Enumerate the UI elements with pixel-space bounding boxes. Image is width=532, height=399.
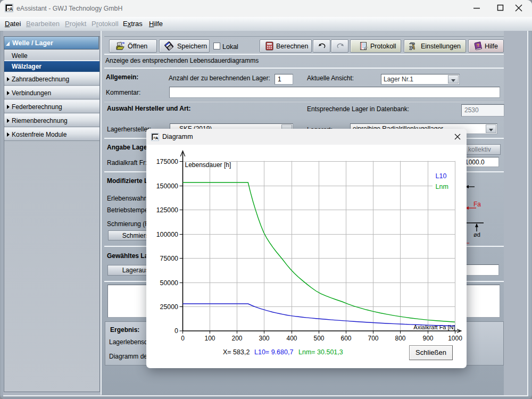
- svg-text:Lnm: Lnm: [436, 183, 448, 190]
- svg-text:800: 800: [395, 335, 405, 342]
- svg-text:400: 400: [286, 335, 297, 342]
- svg-text:100: 100: [204, 335, 215, 342]
- svg-text:900: 900: [422, 335, 433, 342]
- svg-text:0: 0: [174, 327, 178, 335]
- svg-text:125000: 125000: [156, 206, 178, 214]
- svg-text:Lebensdauer [h]: Lebensdauer [h]: [185, 161, 231, 169]
- svg-text:200: 200: [231, 335, 242, 342]
- svg-text:600: 600: [340, 335, 351, 342]
- svg-text:A: A: [155, 136, 159, 140]
- svg-text:75000: 75000: [160, 255, 179, 262]
- svg-text:X= 583,2: X= 583,2: [223, 348, 250, 356]
- svg-text:100000: 100000: [156, 231, 178, 238]
- svg-text:L10= 9.680,7: L10= 9.680,7: [254, 348, 293, 356]
- svg-text:ød: ød: [473, 231, 480, 238]
- svg-text:150000: 150000: [156, 182, 178, 190]
- svg-text:700: 700: [368, 335, 378, 342]
- svg-text:500: 500: [313, 335, 324, 342]
- svg-text:0: 0: [181, 335, 185, 342]
- svg-text:Lnm= 30.501,3: Lnm= 30.501,3: [298, 348, 343, 356]
- svg-text:50000: 50000: [160, 279, 179, 287]
- svg-text:25000: 25000: [160, 303, 179, 311]
- svg-text:175000: 175000: [156, 158, 178, 165]
- svg-text:Fa: Fa: [473, 201, 481, 208]
- svg-text:L10: L10: [436, 172, 447, 180]
- svg-text:1000: 1000: [448, 335, 462, 342]
- svg-text:300: 300: [259, 335, 269, 342]
- svg-text:A: A: [10, 6, 13, 12]
